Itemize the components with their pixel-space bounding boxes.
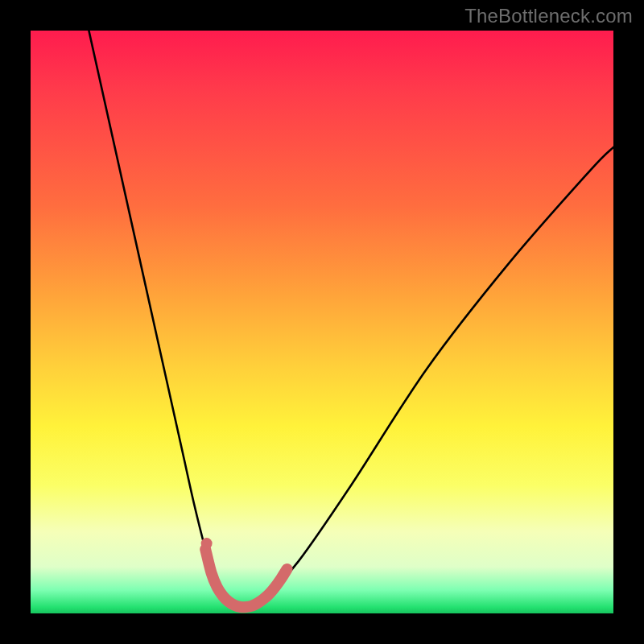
highlight-segment: [205, 549, 287, 607]
chart-svg: [31, 31, 613, 613]
watermark-text: TheBottleneck.com: [464, 5, 633, 27]
chart-frame: TheBottleneck.com: [0, 0, 644, 644]
plot-area: [31, 31, 613, 613]
highlight-dot: [201, 538, 213, 549]
bottleneck-curve: [89, 31, 613, 608]
